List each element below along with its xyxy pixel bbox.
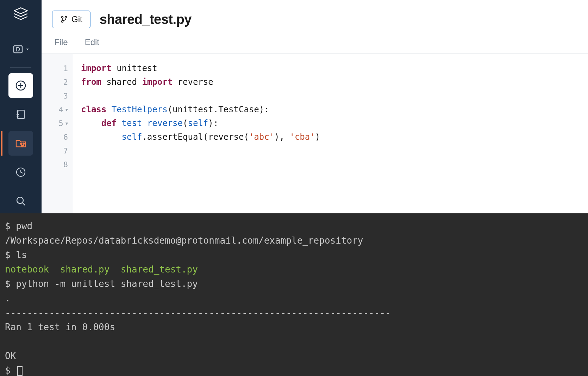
- line-gutter: 1 2 3 4▼ 5▼ 6 7 8: [42, 54, 73, 213]
- code-line: [81, 158, 588, 171]
- code-line: [81, 144, 588, 158]
- code-line: def test_reverse(self):: [81, 117, 588, 130]
- fold-marker[interactable]: ▼: [65, 107, 68, 112]
- line-number: 1: [42, 62, 73, 75]
- svg-line-14: [23, 203, 25, 205]
- main-panel: Git shared_test.py File Edit 1 2 3 4▼ 5▼…: [42, 0, 588, 213]
- menu-bar: File Edit: [42, 35, 588, 54]
- plus-circle-icon: [15, 80, 27, 92]
- terminal-prompt-line: $: [5, 363, 583, 376]
- code-area[interactable]: import unittest from shared import rever…: [73, 54, 588, 213]
- editor-header: Git shared_test.py: [42, 0, 588, 35]
- page-title: shared_test.py: [100, 12, 192, 27]
- sidebar-item-create[interactable]: [8, 73, 33, 98]
- menu-file[interactable]: File: [54, 37, 68, 47]
- terminal-line: [5, 334, 583, 349]
- svg-point-9: [20, 143, 22, 144]
- svg-point-13: [17, 197, 23, 203]
- clock-icon: [15, 167, 26, 178]
- fold-marker[interactable]: ▼: [65, 121, 68, 126]
- sidebar-item-data[interactable]: D: [8, 37, 33, 62]
- sidebar-separator: [10, 31, 31, 31]
- sidebar-item-workspace[interactable]: [8, 102, 33, 127]
- terminal-line: .: [5, 291, 583, 306]
- line-number: 5▼: [42, 117, 73, 130]
- line-number: 8: [42, 158, 73, 171]
- svg-point-17: [65, 17, 67, 18]
- sidebar-item-search[interactable]: [8, 189, 33, 213]
- sidebar-item-recents[interactable]: [8, 160, 33, 184]
- svg-text:D: D: [16, 46, 20, 52]
- terminal-line: $ ls: [5, 248, 583, 262]
- git-button[interactable]: Git: [52, 11, 90, 28]
- terminal-line: OK: [5, 349, 583, 363]
- git-branch-icon: [60, 15, 68, 23]
- terminal-panel[interactable]: $ pwd /Workspace/Repos/databricksdemo@pr…: [0, 213, 588, 376]
- repo-branch-icon: [15, 137, 27, 149]
- code-line: import unittest: [81, 62, 588, 75]
- terminal-line: $ pwd: [5, 219, 583, 233]
- line-number: 7: [42, 144, 73, 158]
- sidebar-item-repos[interactable]: [8, 131, 33, 156]
- terminal-line: $ python -m unittest shared_test.py: [5, 277, 583, 291]
- terminal-cursor: [17, 366, 23, 376]
- terminal-line: ----------------------------------------…: [5, 306, 583, 320]
- menu-edit[interactable]: Edit: [85, 37, 99, 47]
- line-number: 3: [42, 89, 73, 103]
- sidebar-separator: [10, 67, 31, 68]
- git-button-label: Git: [71, 14, 82, 24]
- line-number: 4▼: [42, 103, 73, 117]
- code-line: class TestHelpers(unittest.TestCase):: [81, 103, 588, 117]
- code-line: [81, 89, 588, 103]
- terminal-line: Ran 1 test in 0.000s: [5, 320, 583, 334]
- line-number: 6: [42, 130, 73, 144]
- code-line: from shared import reverse: [81, 75, 588, 89]
- notebook-icon: [15, 108, 27, 120]
- svg-point-15: [62, 17, 63, 18]
- line-number: 2: [42, 75, 73, 89]
- sidebar: D: [0, 0, 42, 213]
- search-icon: [15, 195, 26, 207]
- chevron-down-icon: [25, 47, 30, 51]
- terminal-line: /Workspace/Repos/databricksdemo@protonma…: [5, 233, 583, 248]
- logo-icon: [12, 6, 30, 25]
- svg-point-10: [23, 143, 24, 144]
- code-line: self.assertEqual(reverse('abc'), 'cba'): [81, 130, 588, 144]
- terminal-line: notebook shared.py shared_test.py: [5, 262, 583, 277]
- svg-point-16: [62, 21, 63, 23]
- code-editor[interactable]: 1 2 3 4▼ 5▼ 6 7 8 import unittest from s…: [42, 54, 588, 213]
